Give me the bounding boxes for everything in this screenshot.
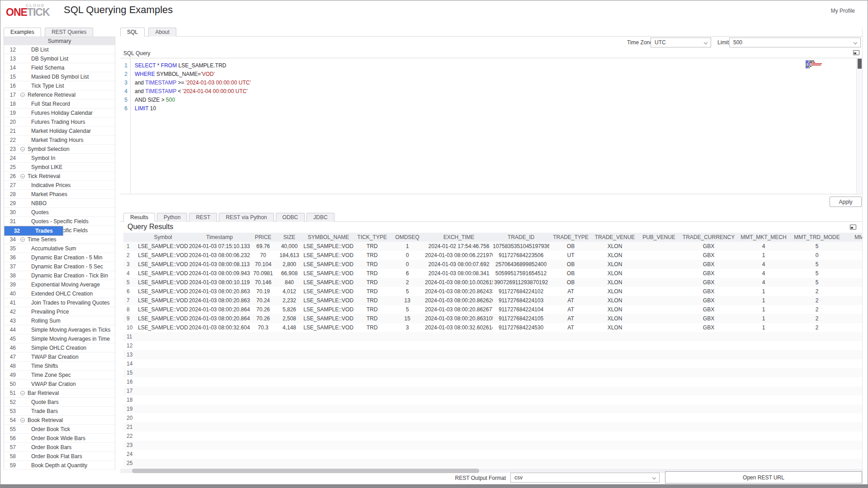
- column-header[interactable]: PRICE: [250, 233, 276, 242]
- sidebar-item[interactable]: 38Dynamic Bar Creation - Tick Bin: [4, 271, 115, 280]
- sidebar-item[interactable]: 56Order Book Wide Bars: [4, 434, 115, 443]
- column-header[interactable]: MMT_MKT_MECH: [737, 233, 790, 242]
- limit-select[interactable]: 500: [729, 38, 861, 47]
- tab-examples[interactable]: Examples: [4, 28, 41, 37]
- sidebar-item[interactable]: 35Accumulative Sum: [4, 244, 115, 253]
- tab-about[interactable]: About: [148, 28, 176, 37]
- results-scrollbar-thumb[interactable]: [132, 469, 479, 473]
- column-header[interactable]: SIZE: [276, 233, 302, 242]
- sidebar-item[interactable]: 54Book Retrieval: [4, 416, 115, 425]
- sidebar-item[interactable]: 49Time Zone Spec: [4, 371, 115, 380]
- table-row[interactable]: 7LSE_SAMPLE::VOD2024-01-03 08:00:20.8637…: [123, 296, 862, 305]
- tab-sql[interactable]: SQL: [120, 28, 145, 37]
- sidebar-item[interactable]: 14Field Schema: [4, 63, 115, 72]
- table-row[interactable]: 1LSE_SAMPLE::VOD2024-01-03 07:15:10.1336…: [123, 242, 862, 251]
- sidebar-item[interactable]: 55Order Book Tick: [4, 425, 115, 434]
- sidebar-item[interactable]: 19Futures Holiday Calendar: [4, 108, 115, 117]
- tab-rest-via-python[interactable]: REST via Python: [219, 213, 274, 222]
- sidebar-item[interactable]: 20Futures Trading Hours: [4, 117, 115, 127]
- tab-jdbc[interactable]: JDBC: [307, 213, 334, 222]
- column-header[interactable]: MMT_T: [844, 233, 862, 242]
- tab-python[interactable]: Python: [157, 213, 187, 222]
- table-row[interactable]: 9LSE_SAMPLE::VOD2024-01-03 08:00:20.8647…: [123, 314, 862, 323]
- sidebar-item[interactable]: 42Prevailing Price: [4, 307, 115, 316]
- table-row[interactable]: 8LSE_SAMPLE::VOD2024-01-03 08:00:20.8647…: [123, 305, 862, 314]
- sidebar-item[interactable]: 27Indicative Prices: [4, 181, 115, 190]
- sidebar-item[interactable]: 12DB List: [4, 45, 115, 54]
- collapse-icon[interactable]: [20, 237, 25, 242]
- sidebar-item[interactable]: 41Join Trades to Prevailing Quotes: [4, 298, 115, 307]
- table-row[interactable]: 10LSE_SAMPLE::VOD2024-01-03 08:00:32.604…: [123, 323, 862, 332]
- sidebar-item[interactable]: 22Market Trading Hours: [4, 136, 115, 145]
- collapse-icon[interactable]: [20, 391, 25, 395]
- sidebar-item[interactable]: 26Tick Retrieval: [4, 172, 115, 181]
- sidebar-item[interactable]: 45Simple Moving Averages in Time: [4, 334, 115, 343]
- sidebar-item[interactable]: 23Symbol Selection: [4, 145, 115, 154]
- sidebar-item[interactable]: 24Symbol In: [4, 154, 115, 163]
- sql-editor[interactable]: 1SELECT * FROM LSE_SAMPLE.TRD2WHERE SYMB…: [120, 58, 862, 193]
- open-rest-url-button[interactable]: Open REST URL: [665, 471, 862, 483]
- sidebar-item[interactable]: 29NBBO: [4, 199, 115, 208]
- tab-results[interactable]: Results: [123, 213, 155, 222]
- sidebar-item[interactable]: 34Time Series: [4, 235, 115, 244]
- timezone-select[interactable]: UTC: [651, 38, 711, 47]
- sidebar-item[interactable]: 13DB Symbol List: [4, 54, 115, 63]
- sidebar-item[interactable]: 59Book Depth at Quantity: [4, 461, 115, 470]
- sidebar-item[interactable]: 17Reference Retrieval: [4, 90, 115, 99]
- column-header[interactable]: OMDSEQ: [390, 233, 425, 242]
- table-row[interactable]: 4LSE_SAMPLE::VOD2024-01-03 08:00:09.9437…: [123, 269, 862, 278]
- column-header[interactable]: TRADE_TYPE: [549, 233, 592, 242]
- collapse-icon[interactable]: [20, 174, 25, 178]
- sidebar-item[interactable]: 25Symbol LIKE: [4, 163, 115, 172]
- sidebar-item[interactable]: 43Rolling Sum: [4, 316, 115, 325]
- sidebar-item[interactable]: 36Dynamic Bar Creation - 5 Min: [4, 253, 115, 262]
- sidebar-item[interactable]: 57Order Book Bars: [4, 443, 115, 452]
- sidebar-item[interactable]: 48Time Shifts: [4, 361, 115, 371]
- sidebar-item[interactable]: 39Exponential Moving Average: [4, 280, 115, 289]
- column-header[interactable]: MMT_TRD_MODE: [790, 233, 844, 242]
- column-header[interactable]: EXCH_TIME: [425, 233, 493, 242]
- tab-odbc[interactable]: ODBC: [276, 213, 305, 222]
- column-header[interactable]: TRADE_ID: [493, 233, 549, 242]
- tab-rest-queries[interactable]: REST Queries: [45, 28, 93, 37]
- column-header[interactable]: [123, 233, 137, 242]
- column-header[interactable]: Symbol: [137, 233, 189, 242]
- sidebar-item[interactable]: 18Full Stat Record: [4, 99, 115, 108]
- sidebar-item[interactable]: 21Market Holiday Calendar: [4, 127, 115, 136]
- sidebar-item-selected[interactable]: 32Trades: [4, 226, 63, 236]
- rest-output-format-select[interactable]: csv: [510, 473, 660, 483]
- column-header[interactable]: TICK_TYPE: [354, 233, 390, 242]
- table-row[interactable]: 6LSE_SAMPLE::VOD2024-01-03 08:00:20.8637…: [123, 287, 862, 296]
- editor-scrollbar[interactable]: [856, 58, 862, 193]
- sidebar-item[interactable]: 44Simple Moving Averages in Ticks: [4, 325, 115, 334]
- sidebar-item[interactable]: 58Order Book Flat Bars: [4, 452, 115, 461]
- table-row[interactable]: 3LSE_SAMPLE::VOD2024-01-03 08:00:08.1137…: [123, 260, 862, 269]
- column-header[interactable]: Timestamp: [189, 233, 250, 242]
- column-header[interactable]: PUB_VENUE: [637, 233, 680, 242]
- sidebar-item[interactable]: 52Quote Bars: [4, 398, 115, 407]
- sidebar-item[interactable]: 53Trade Bars: [4, 407, 115, 416]
- table-row[interactable]: 5LSE_SAMPLE::VOD2024-01-03 08:00:10.1197…: [123, 278, 862, 287]
- column-header[interactable]: TRADE_CURRENCY: [680, 233, 737, 242]
- table-row[interactable]: 2LSE_SAMPLE::VOD2024-01-03 08:00:06.2327…: [123, 251, 862, 260]
- tab-rest[interactable]: REST: [189, 213, 217, 222]
- collapse-icon[interactable]: [20, 93, 25, 97]
- column-header[interactable]: TRADE_VENUE: [592, 233, 637, 242]
- editor-scrollbar-thumb[interactable]: [858, 59, 862, 69]
- sidebar-item[interactable]: 28Market Phases: [4, 190, 115, 199]
- apply-button[interactable]: Apply: [830, 197, 862, 207]
- sidebar-item[interactable]: 40Extended OHLC Creation: [4, 289, 115, 298]
- collapse-icon[interactable]: [20, 418, 25, 422]
- sidebar-item[interactable]: 15Masked DB Symbol List: [4, 72, 115, 81]
- sidebar-item[interactable]: 37Dynamic Bar Creation - 5 Sec: [4, 262, 115, 271]
- sidebar-item[interactable]: 50VWAP Bar Cration: [4, 380, 115, 389]
- expand-editor-icon[interactable]: [853, 50, 859, 55]
- sidebar-item[interactable]: 46Simple OHLC Creation: [4, 343, 115, 352]
- sidebar-item[interactable]: 30Quotes: [4, 208, 115, 217]
- expand-results-icon[interactable]: [850, 225, 856, 230]
- collapse-icon[interactable]: [20, 147, 25, 151]
- column-header[interactable]: SYMBOL_NAME: [302, 233, 354, 242]
- sidebar-item[interactable]: 47TWAP Bar Creation: [4, 352, 115, 361]
- sidebar-item[interactable]: 51Bar Retrieval: [4, 389, 115, 398]
- sidebar-item[interactable]: 16Tick Type List: [4, 81, 115, 90]
